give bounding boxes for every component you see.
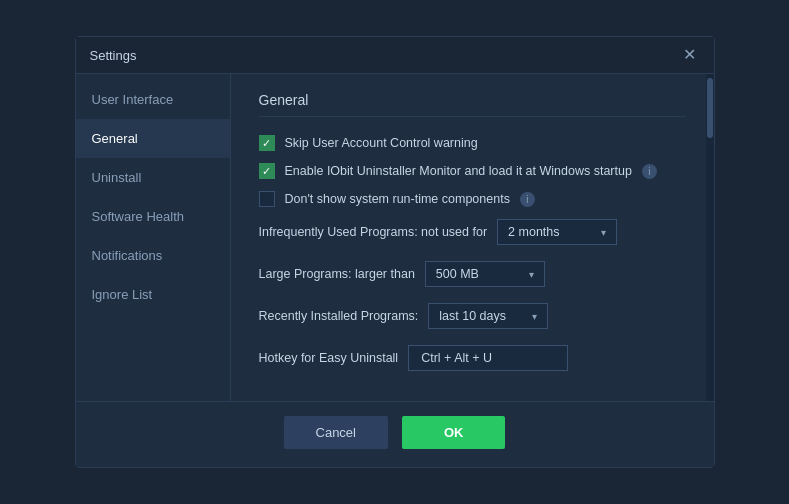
scrollbar-thumb: [707, 78, 713, 138]
title-bar: Settings ✕: [76, 37, 714, 74]
chevron-down-icon: ▾: [601, 227, 606, 238]
checkbox-dont-show[interactable]: [259, 191, 275, 207]
chevron-down-icon-2: ▾: [529, 269, 534, 280]
ok-button[interactable]: OK: [402, 416, 506, 449]
section-title: General: [259, 92, 686, 117]
cancel-button[interactable]: Cancel: [284, 416, 388, 449]
info-icon-enable-monitor[interactable]: i: [642, 164, 657, 179]
checkbox-label-dont-show: Don't show system run-time components: [285, 192, 510, 206]
dropdown-infrequently-used[interactable]: 2 months ▾: [497, 219, 617, 245]
info-icon-dont-show[interactable]: i: [520, 192, 535, 207]
label-recently-installed: Recently Installed Programs:: [259, 309, 419, 323]
checkbox-row-dont-show: Don't show system run-time components i: [259, 191, 686, 207]
checkbox-row-enable-monitor: Enable IObit Uninstaller Monitor and loa…: [259, 163, 686, 179]
sidebar-item-ignore-list[interactable]: Ignore List: [76, 275, 230, 314]
scrollbar[interactable]: [706, 74, 714, 401]
chevron-down-icon-3: ▾: [532, 311, 537, 322]
settings-dialog: Settings ✕ User Interface General Uninst…: [75, 36, 715, 468]
sidebar: User Interface General Uninstall Softwar…: [76, 74, 231, 401]
label-hotkey: Hotkey for Easy Uninstall: [259, 351, 399, 365]
hotkey-input[interactable]: Ctrl + Alt + U: [408, 345, 568, 371]
checkbox-enable-monitor[interactable]: [259, 163, 275, 179]
sidebar-item-software-health[interactable]: Software Health: [76, 197, 230, 236]
checkbox-row-skip-uac: Skip User Account Control warning: [259, 135, 686, 151]
sidebar-item-notifications[interactable]: Notifications: [76, 236, 230, 275]
close-button[interactable]: ✕: [679, 45, 700, 65]
footer: Cancel OK: [76, 401, 714, 467]
sidebar-item-uninstall[interactable]: Uninstall: [76, 158, 230, 197]
checkbox-skip-uac[interactable]: [259, 135, 275, 151]
form-row-hotkey: Hotkey for Easy Uninstall Ctrl + Alt + U: [259, 345, 686, 371]
sidebar-item-user-interface[interactable]: User Interface: [76, 80, 230, 119]
dropdown-large-programs[interactable]: 500 MB ▾: [425, 261, 545, 287]
label-large-programs: Large Programs: larger than: [259, 267, 415, 281]
sidebar-item-general[interactable]: General: [76, 119, 230, 158]
dropdown-recently-installed[interactable]: last 10 days ▾: [428, 303, 548, 329]
main-panel: General Skip User Account Control warnin…: [231, 74, 714, 401]
checkbox-label-skip-uac: Skip User Account Control warning: [285, 136, 478, 150]
form-row-infrequently-used: Infrequently Used Programs: not used for…: [259, 219, 686, 245]
content-area: User Interface General Uninstall Softwar…: [76, 74, 714, 401]
checkbox-label-enable-monitor: Enable IObit Uninstaller Monitor and loa…: [285, 164, 632, 178]
dialog-title: Settings: [90, 48, 137, 63]
form-row-large-programs: Large Programs: larger than 500 MB ▾: [259, 261, 686, 287]
form-row-recently-installed: Recently Installed Programs: last 10 day…: [259, 303, 686, 329]
label-infrequently-used: Infrequently Used Programs: not used for: [259, 225, 488, 239]
